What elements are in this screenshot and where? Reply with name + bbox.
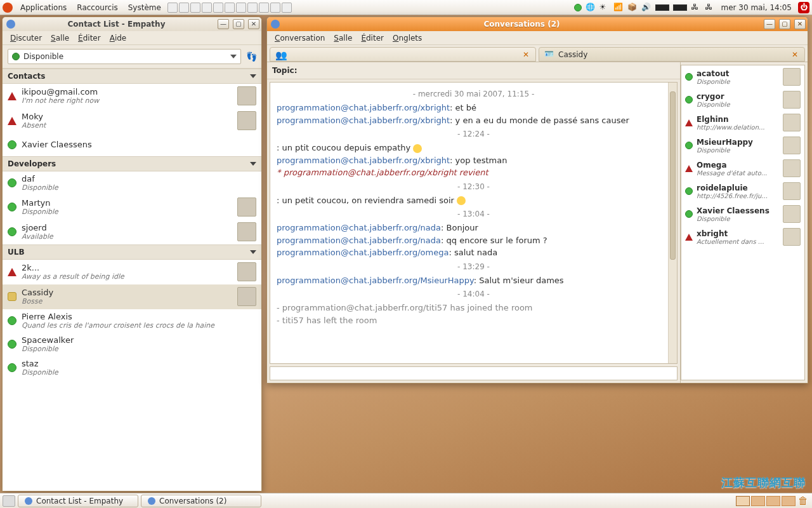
battery2-icon[interactable] <box>673 4 687 11</box>
maximize-button[interactable]: ▢ <box>233 19 244 29</box>
scrollbar-thumb[interactable] <box>670 91 676 260</box>
menu-onglets[interactable]: Onglets <box>389 32 426 44</box>
close-tab-icon[interactable]: ✕ <box>521 50 530 59</box>
menu-éditer[interactable]: Éditer <box>74 32 105 44</box>
taskbar-entry-conversations[interactable]: Conversations (2) <box>141 495 261 507</box>
minimize-button[interactable]: — <box>218 19 229 29</box>
menu-aide[interactable]: Aide <box>106 32 131 44</box>
sender: programmation@chat.jabberfr.org/xbright <box>277 156 450 165</box>
status-dropdown[interactable]: Disponible <box>8 49 241 64</box>
network-globe-icon[interactable]: 🌐 <box>586 3 596 13</box>
contact-name: Xavier Claessens <box>22 140 256 149</box>
menu-discuter[interactable]: Discuter <box>6 32 46 44</box>
titlebar[interactable]: Conversations (2) — ▢ ✕ <box>267 17 808 31</box>
avatar <box>783 137 801 154</box>
volume-icon[interactable]: 🔊 <box>641 3 652 13</box>
member-row[interactable]: OmegaMessage d'état auto... <box>681 157 804 180</box>
contact-row[interactable]: Xavier Claessens <box>3 133 261 156</box>
applet-icon[interactable] <box>270 3 280 13</box>
weather-icon[interactable]: ☀ <box>599 3 610 13</box>
people-icon: 👥 <box>275 50 285 60</box>
menu-salle[interactable]: Salle <box>330 32 356 44</box>
system-menu[interactable]: Système <box>124 2 165 13</box>
empathy-icon <box>148 497 155 505</box>
member-row[interactable]: Elghinnhttp://www.delation... <box>681 111 804 134</box>
titlebar[interactable]: Contact List - Empathy — ▢ ✕ <box>3 17 261 31</box>
applications-menu[interactable]: Applications <box>16 2 70 13</box>
applet-icon[interactable] <box>247 3 258 13</box>
contact-row[interactable]: MokyAbsent <box>3 109 261 133</box>
scrollbar[interactable] <box>668 83 677 363</box>
signal-icon[interactable]: 📶 <box>613 3 624 13</box>
menu-salle[interactable]: Salle <box>47 32 73 44</box>
close-tab-icon[interactable]: ✕ <box>790 50 799 59</box>
contact-name: ikipou@gmail.com <box>22 87 232 97</box>
applet-icon[interactable] <box>190 3 200 13</box>
contact-row[interactable]: ikipou@gmail.comI'm not here right now <box>3 84 261 109</box>
clock[interactable]: mer 30 mai, 14:05 <box>719 3 795 12</box>
applet-icon[interactable] <box>259 3 269 13</box>
member-row[interactable]: Xavier ClaessensDisponible <box>681 203 804 225</box>
status-away-icon <box>685 119 693 126</box>
taskbar-entry-contact-list[interactable]: Contact List - Empathy <box>18 495 138 507</box>
contact-row[interactable]: stazDisponible <box>3 356 261 380</box>
workspace-4[interactable] <box>782 496 796 506</box>
battery-icon[interactable] <box>655 4 669 11</box>
device2-icon[interactable]: 🖧 <box>705 3 715 13</box>
applet-icon[interactable] <box>282 3 292 13</box>
group-header[interactable]: Developers <box>3 156 261 171</box>
minimize-button[interactable]: — <box>764 19 775 29</box>
member-status: Disponible <box>697 215 779 222</box>
menu-éditer[interactable]: Éditer <box>357 32 388 44</box>
room-members: acatoutDisponiblecrygorDisponibleElghinn… <box>681 65 805 380</box>
workspace-2[interactable] <box>751 496 765 506</box>
applet-icon[interactable] <box>213 3 223 13</box>
show-desktop-button[interactable] <box>3 495 15 507</box>
contact-row[interactable]: Pierre AlexisQuand les cris de l'amour c… <box>3 309 261 333</box>
presence-icon[interactable] <box>574 4 582 11</box>
chat-transcript[interactable]: - mercredi 30 mai 2007, 11:15 -programma… <box>270 82 678 364</box>
member-name: crygor <box>697 92 779 101</box>
contact-status: I'm not here right now <box>22 97 232 105</box>
applet-icon[interactable] <box>167 3 178 13</box>
contact-status: Disponible <box>22 345 256 353</box>
close-button[interactable]: ✕ <box>248 19 259 29</box>
contact-row[interactable]: MartynDisponible <box>3 195 261 220</box>
message-input[interactable] <box>270 366 678 380</box>
maximize-button[interactable]: ▢ <box>779 19 790 29</box>
menu-conversation[interactable]: Conversation <box>271 32 329 44</box>
footprint-icon[interactable]: 👣 <box>246 51 256 62</box>
contact-name: Martyn <box>22 198 232 208</box>
task-label: Conversations (2) <box>159 497 226 505</box>
applet-icon[interactable] <box>179 3 189 13</box>
contact-row[interactable]: SpacewalkerDisponible <box>3 333 261 356</box>
trash-icon[interactable]: 🗑 <box>798 495 809 507</box>
chat-message: programmation@chat.jabberfr.org/xbright:… <box>277 154 671 167</box>
applet-icon[interactable] <box>225 3 235 13</box>
updates-icon[interactable]: 📦 <box>627 3 638 13</box>
conversation-tab[interactable]: 🪪Cassidy✕ <box>539 47 805 62</box>
avatar <box>237 111 256 130</box>
close-button[interactable]: ✕ <box>794 19 806 29</box>
member-row[interactable]: MsieurHappyDisponible <box>681 134 804 157</box>
applet-icon[interactable] <box>236 3 246 13</box>
member-row[interactable]: acatoutDisponible <box>681 65 804 88</box>
group-header[interactable]: ULB <box>3 244 261 260</box>
applet-icon[interactable] <box>202 3 212 13</box>
member-row[interactable]: roidelapluiehttp://4526.free.fr/ju... <box>681 180 804 203</box>
shutdown-button[interactable]: ⏻ <box>798 2 809 13</box>
workspace-1[interactable] <box>736 496 750 506</box>
contact-row[interactable]: CassidyBosse <box>3 284 261 309</box>
sender: programmation@chat.jabberfr.org/omega <box>277 248 449 257</box>
device-icon[interactable]: 🖧 <box>691 3 701 13</box>
contact-row[interactable]: dafDisponible <box>3 171 261 195</box>
workspace-3[interactable] <box>766 496 780 506</box>
workspace-switcher[interactable] <box>736 496 796 506</box>
places-menu[interactable]: Raccourcis <box>73 2 121 13</box>
member-row[interactable]: crygorDisponible <box>681 88 804 111</box>
member-row[interactable]: xbrightActuellement dans ... <box>681 225 804 248</box>
contact-row[interactable]: sjoerdAvailable <box>3 220 261 244</box>
contact-row[interactable]: 2k...Away as a result of being idle <box>3 260 261 284</box>
group-header[interactable]: Contacts <box>3 69 261 84</box>
conversation-tab[interactable]: 👥✕ <box>270 47 536 62</box>
